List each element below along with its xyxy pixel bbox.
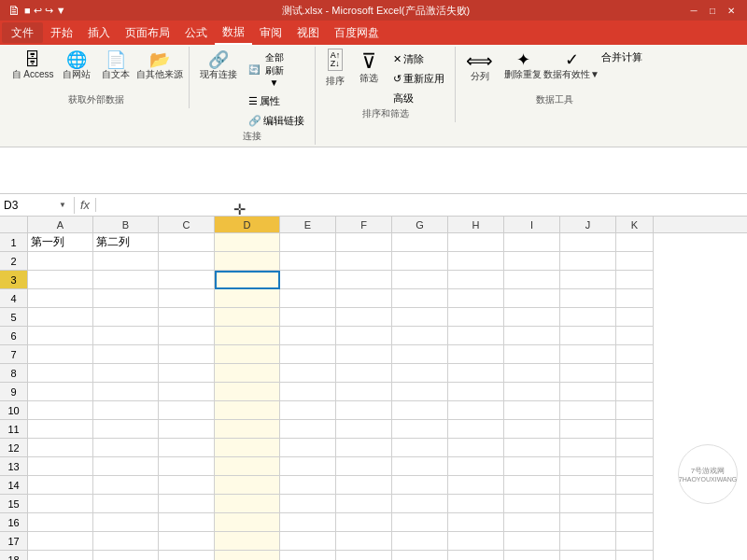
cell-H6[interactable]	[448, 327, 504, 345]
cell-E2[interactable]	[280, 252, 336, 271]
cell-K3[interactable]	[616, 271, 654, 289]
cell-H2[interactable]	[448, 252, 504, 271]
cell-H13[interactable]	[448, 457, 504, 476]
cell-E7[interactable]	[280, 345, 336, 364]
cell-B14[interactable]	[93, 476, 159, 495]
cell-H10[interactable]	[448, 401, 504, 420]
maximize-button[interactable]: □	[704, 3, 721, 18]
formula-input[interactable]	[96, 197, 747, 214]
cell-C9[interactable]	[159, 383, 215, 401]
cell-G6[interactable]	[392, 327, 448, 345]
cell-G12[interactable]	[392, 439, 448, 457]
cell-A13[interactable]	[28, 457, 93, 476]
cell-K6[interactable]	[616, 327, 654, 345]
row-number-1[interactable]: 1	[0, 233, 28, 252]
cell-K18[interactable]	[616, 551, 654, 560]
cell-F3[interactable]	[336, 271, 392, 289]
cell-K12[interactable]	[616, 439, 654, 457]
cell-B15[interactable]	[93, 495, 159, 513]
col-header-D[interactable]: D	[215, 217, 280, 232]
row-number-14[interactable]: 14	[0, 476, 28, 495]
cell-E4[interactable]	[280, 289, 336, 308]
cell-I17[interactable]	[504, 532, 560, 551]
menu-review[interactable]: 审阅	[252, 21, 289, 45]
cell-D10[interactable]	[215, 401, 280, 420]
cell-D11[interactable]	[215, 420, 280, 439]
consolidate-button[interactable]: 合并计算	[597, 49, 647, 66]
cell-C3[interactable]	[159, 271, 215, 289]
cell-E14[interactable]	[280, 476, 336, 495]
cell-D17[interactable]	[215, 532, 280, 551]
cell-H7[interactable]	[448, 345, 504, 364]
file-menu[interactable]: 文件	[2, 22, 43, 43]
cell-H16[interactable]	[448, 513, 504, 532]
cell-C10[interactable]	[159, 401, 215, 420]
cell-H4[interactable]	[448, 289, 504, 308]
cell-K1[interactable]	[616, 233, 654, 252]
cell-K5[interactable]	[616, 308, 654, 327]
cell-A5[interactable]	[28, 308, 93, 327]
col-header-F[interactable]: F	[336, 217, 392, 232]
row-number-9[interactable]: 9	[0, 383, 28, 401]
cell-E16[interactable]	[280, 513, 336, 532]
cell-B11[interactable]	[93, 420, 159, 439]
col-header-C[interactable]: C	[159, 217, 215, 232]
cell-B18[interactable]	[93, 551, 159, 560]
cell-E18[interactable]	[280, 551, 336, 560]
menu-view[interactable]: 视图	[289, 21, 327, 45]
cell-F7[interactable]	[336, 345, 392, 364]
col-header-B[interactable]: B	[93, 217, 159, 232]
cell-G3[interactable]	[392, 271, 448, 289]
filter-button[interactable]: ⊽ 筛选	[352, 49, 386, 87]
cell-B17[interactable]	[93, 532, 159, 551]
cell-E11[interactable]	[280, 420, 336, 439]
col-header-K[interactable]: K	[616, 217, 654, 232]
cell-K2[interactable]	[616, 252, 654, 271]
cell-K17[interactable]	[616, 532, 654, 551]
cell-C17[interactable]	[159, 532, 215, 551]
cell-G18[interactable]	[392, 551, 448, 560]
cell-F2[interactable]	[336, 252, 392, 271]
row-number-13[interactable]: 13	[0, 457, 28, 476]
cell-D1[interactable]	[215, 233, 280, 252]
cell-H18[interactable]	[448, 551, 504, 560]
cell-G11[interactable]	[392, 420, 448, 439]
menu-insert[interactable]: 插入	[80, 21, 118, 45]
cell-E15[interactable]	[280, 495, 336, 513]
row-number-15[interactable]: 15	[0, 495, 28, 513]
reapply-button[interactable]: ↺ 重新应用	[388, 70, 449, 88]
cell-A17[interactable]	[28, 532, 93, 551]
cell-I9[interactable]	[504, 383, 560, 401]
cell-I2[interactable]	[504, 252, 560, 271]
cell-F18[interactable]	[336, 551, 392, 560]
cell-I3[interactable]	[504, 271, 560, 289]
cell-C1[interactable]	[159, 233, 215, 252]
cell-B2[interactable]	[93, 252, 159, 271]
split-column-button[interactable]: ⟺ 分列	[461, 49, 498, 85]
web-button[interactable]: 🌐 自网站	[58, 49, 95, 83]
cell-B16[interactable]	[93, 513, 159, 532]
properties-button[interactable]: ☰ 属性	[244, 92, 309, 110]
cell-A9[interactable]	[28, 383, 93, 401]
row-number-7[interactable]: 7	[0, 345, 28, 364]
cell-A7[interactable]	[28, 345, 93, 364]
cell-B10[interactable]	[93, 401, 159, 420]
row-number-4[interactable]: 4	[0, 289, 28, 308]
cell-A2[interactable]	[28, 252, 93, 271]
cell-E5[interactable]	[280, 308, 336, 327]
cell-A10[interactable]	[28, 401, 93, 420]
cell-C8[interactable]	[159, 364, 215, 383]
cell-H12[interactable]	[448, 439, 504, 457]
row-number-5[interactable]: 5	[0, 308, 28, 327]
cell-J17[interactable]	[560, 532, 616, 551]
cell-B8[interactable]	[93, 364, 159, 383]
cell-B12[interactable]	[93, 439, 159, 457]
cell-B9[interactable]	[93, 383, 159, 401]
cell-C11[interactable]	[159, 420, 215, 439]
cell-F12[interactable]	[336, 439, 392, 457]
cell-I18[interactable]	[504, 551, 560, 560]
cell-I15[interactable]	[504, 495, 560, 513]
cell-D18[interactable]	[215, 551, 280, 560]
clear-button[interactable]: ✕ 清除	[388, 50, 449, 68]
cell-K7[interactable]	[616, 345, 654, 364]
